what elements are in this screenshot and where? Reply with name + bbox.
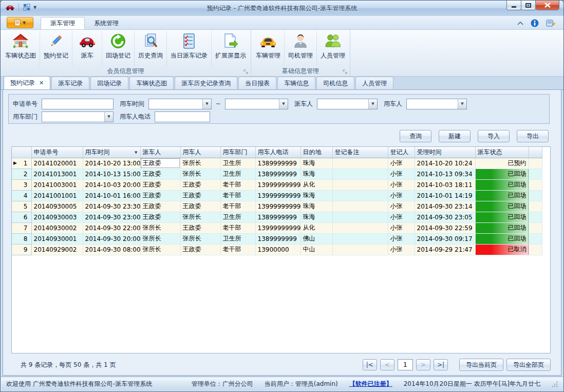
table-cell[interactable]: 张所长 [180,212,220,222]
table-cell[interactable]: 2014-09-30 23:14 [415,201,475,212]
table-cell[interactable]: 2014-09-29 21:47 [415,244,475,255]
table-cell[interactable]: 从化 [300,179,332,190]
table-cell[interactable]: 张所长 [180,169,220,179]
user-combo[interactable]: ▼ [406,99,467,109]
status-cell[interactable]: 已预约 [475,158,529,169]
column-header[interactable]: 用车部门 [220,147,255,158]
table-cell[interactable]: 2014-10-01 16:00 [83,190,140,201]
use-time-from-combo[interactable]: ▼ [148,99,212,109]
table-cell[interactable]: 20140929002 [31,244,83,255]
info-icon[interactable] [531,19,539,27]
table-cell[interactable]: 2014-10-13 09:34 [415,169,475,179]
row-selector[interactable]: 4 [12,190,31,201]
ribbon-button-driver-mgmt[interactable]: 司机管理 [285,31,317,66]
status-cell[interactable]: 已回场 [475,190,529,201]
doc-tab-reservation-records[interactable]: 预约记录 ✕ [4,76,50,89]
table-cell[interactable]: 小张 [388,244,415,255]
doc-tab-vehicle-status-map[interactable]: 车辆状态图 [129,77,174,89]
export-current-page-button[interactable]: 导出当前页 [459,359,503,371]
new-button[interactable]: 新建 [439,130,471,142]
row-selector[interactable]: 7 [12,222,31,233]
table-cell[interactable] [332,212,388,222]
table-cell[interactable]: 张所长 [140,233,180,244]
table-cell[interactable]: 2014-10-01 14:19 [415,190,475,201]
table-cell[interactable]: 王政委 [140,212,180,222]
table-cell[interactable]: 2014-10-20 13:00 [83,158,140,169]
ribbon-button-personnel-mgmt[interactable]: 人员管理 [317,31,349,66]
status-cell[interactable]: 已回场 [475,179,529,190]
status-cell[interactable]: 已回场 [475,212,529,222]
row-selector[interactable]: ▶1 [12,158,31,169]
row-selector[interactable]: 2 [12,169,31,179]
table-cell[interactable]: 王政委 [140,190,180,201]
table-cell[interactable]: 2014-09-30 08:00 [83,244,140,255]
table-cell[interactable]: 王政委 [180,190,220,201]
next-page-button[interactable]: > [416,359,430,370]
table-cell[interactable] [332,222,388,233]
table-row[interactable]: 9201409290022014-09-30 08:00张所长王政委老干部139… [12,244,542,255]
table-cell[interactable]: 2014-10-03 18:11 [415,179,475,190]
combo-arrow-icon[interactable]: ▼ [104,112,113,122]
doc-tab-dispatch-records[interactable]: 派车记录 [51,77,89,89]
first-page-button[interactable]: |< [363,359,377,370]
table-cell[interactable] [332,169,388,179]
row-selector[interactable]: 9 [12,244,31,255]
combo-arrow-icon[interactable]: ▼ [202,99,211,109]
page-number-input[interactable] [398,359,413,370]
ribbon-button-reservation[interactable]: 预约登记 [40,31,72,66]
maximize-button[interactable] [521,1,536,10]
table-cell[interactable]: 2014-10-03 20:00 [83,179,140,190]
table-cell[interactable] [332,244,388,255]
table-cell[interactable]: 20141001001 [31,190,83,201]
table-cell[interactable]: 卫生所 [220,212,255,222]
table-cell[interactable]: 2014-09-30 20:00 [83,233,140,244]
doc-tab-driver-info[interactable]: 司机信息 [316,77,354,89]
table-cell[interactable]: 老干部 [220,190,255,201]
ribbon-tab-dispatch[interactable]: 派车管理 [41,17,85,29]
ribbon-button-return[interactable]: 回场登记 [102,31,135,66]
table-cell[interactable]: 20141013001 [31,169,83,179]
table-cell[interactable]: 从化 [300,222,332,233]
table-cell[interactable]: 1389999999 [255,169,300,179]
table-row[interactable]: 8201409300012014-09-30 20:00张所长张所长卫生所138… [12,233,542,244]
table-cell[interactable]: 2014-10-20 10:24 [415,158,475,169]
table-cell[interactable]: 1389999999 [255,233,300,244]
column-header[interactable]: 受理时间 [415,147,475,158]
table-cell[interactable]: 珠海 [300,201,332,212]
ribbon-button-today-records[interactable]: 当日派车记录 [167,31,212,66]
table-cell[interactable]: 13900000 [255,244,300,255]
table-cell[interactable] [332,201,388,212]
table-cell[interactable]: 2014-09-30 23:30 [83,201,140,212]
table-cell[interactable]: 王政委 [180,201,220,212]
request-no-input[interactable] [42,99,114,109]
ribbon-button-vehicle-mgmt[interactable]: 车辆管理 [252,31,285,66]
table-cell[interactable]: 卫生所 [220,158,255,169]
column-header[interactable]: 目的地 [300,147,332,158]
table-cell[interactable]: 卫生所 [220,169,255,179]
status-cell[interactable]: 已回场 [475,233,529,244]
column-header[interactable]: 用车人电话 [255,147,300,158]
table-cell[interactable]: 20140930005 [31,201,83,212]
status-cell[interactable]: 已回场 [475,201,529,212]
table-cell[interactable]: 20140930003 [31,212,83,222]
table-cell[interactable]: 13999999999 [255,201,300,212]
table-cell[interactable] [332,233,388,244]
table-cell[interactable]: 20141020001 [31,158,83,169]
doc-tab-return-records[interactable]: 回场记录 [90,77,128,89]
table-cell[interactable]: 小张 [388,169,415,179]
export-all-pages-button[interactable]: 导出全部页 [506,359,551,371]
last-page-button[interactable]: >| [434,359,448,370]
table-row[interactable]: ▶1201410200012014-10-20 13:00王政委张所长卫生所13… [12,158,542,169]
use-time-to-combo[interactable]: ▼ [225,99,288,109]
table-cell[interactable]: 2014-09-30 23:05 [415,212,475,222]
export-button[interactable]: 导出 [517,130,549,142]
query-button[interactable]: 查询 [400,130,431,142]
table-cell[interactable]: 小张 [388,233,415,244]
table-cell[interactable]: 中山 [300,244,332,255]
table-cell[interactable] [332,158,388,169]
resize-grip-icon[interactable] [552,381,558,387]
status-cell[interactable]: 已回场 [475,222,529,233]
table-cell[interactable]: 珠海 [300,190,332,201]
ribbon-button-history[interactable]: 历史查询 [135,31,167,66]
table-cell[interactable]: 张所长 [180,233,220,244]
